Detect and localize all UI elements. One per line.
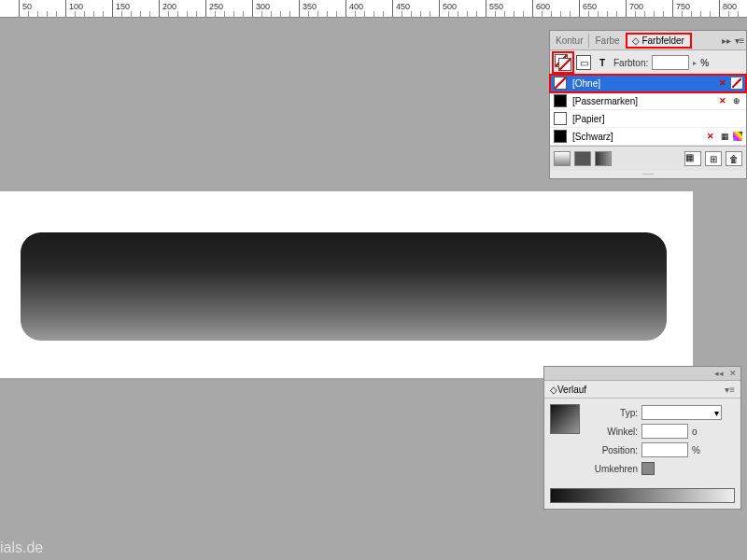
new-folder-icon[interactable]: ⊞ [705,151,722,166]
panel-menu-icon[interactable]: ▾≡ [725,385,735,395]
swatch-badges: ✕ [717,77,742,89]
farbton-stepper-icon[interactable]: ▸ [693,59,697,67]
swatch-row[interactable]: [Schwarz]✕▦ [550,128,746,146]
swatch-color-icon [554,130,567,143]
winkel-unit: o [692,427,698,437]
position-input[interactable] [641,442,688,457]
swatch-row[interactable]: [Ohne]✕ [550,75,746,92]
rounded-rectangle-shape[interactable] [21,232,667,341]
typ-dropdown[interactable]: ▾ [641,405,722,420]
chevron-down-icon: ▾ [714,408,719,418]
gradient-panel-title-label: Verlauf [557,385,586,395]
tab-farbe[interactable]: Farbe [589,34,626,48]
document-canvas[interactable] [0,191,693,378]
gradient-panel-topbar: ◂◂ ✕ [544,367,740,381]
panel-collapse-icon[interactable]: ◂◂ [714,369,724,378]
farbton-unit: % [700,58,709,68]
swatch-name: [Schwarz] [572,132,699,142]
locked-icon: ✕ [717,95,728,106]
winkel-label: Winkel: [587,427,638,437]
tab-kontur[interactable]: Kontur [550,34,589,48]
panel-collapse-icon[interactable]: ▸▸ [720,35,733,46]
new-swatch-icon[interactable]: ▦ [684,151,701,166]
swatch-name: [Papier] [572,114,737,124]
umkehren-toggle[interactable] [641,462,655,475]
gradient-ramp[interactable] [550,488,735,503]
locked-icon: ✕ [717,77,728,89]
gradient-panel: ◂◂ ✕ ◇ Verlauf ▾≡ Typ: ▾ Winkel: o Posit… [543,366,741,510]
show-swatches-icon[interactable] [554,151,571,166]
gradient-preview[interactable] [550,404,580,434]
process-icon: ▦ [719,131,730,142]
swatch-color-icon [554,77,567,90]
swatch-color-icon [554,112,567,125]
position-label: Position: [587,445,638,455]
panel-close-icon[interactable]: ✕ [729,369,737,378]
tab-farbfelder-label: Farbfelder [641,35,684,46]
swatch-row[interactable]: [Papier] [550,110,746,128]
swatches-toolbar: ▭ T Farbton: ▸ % [550,50,746,75]
none-badge-icon [731,77,742,89]
watermark-text: ials.de [0,539,43,556]
panel-menu-icon[interactable]: ▾≡ [733,35,746,46]
tab-farbfelder[interactable]: ◇ Farbfelder [627,34,691,48]
swatch-row[interactable]: [Passermarken]✕⊕ [550,92,746,110]
gradient-panel-title[interactable]: ◇ Verlauf ▾≡ [544,381,740,399]
swatches-bottom-toolbar: ▦ ⊞ 🗑 [550,146,746,171]
farbton-input[interactable] [652,55,689,70]
panel-tabs: Kontur Farbe ◇ Farbfelder ▸▸ ▾≡ [550,31,746,50]
typ-label: Typ: [587,408,638,418]
umkehren-label: Umkehren [587,464,638,474]
swatch-list: [Ohne]✕[Passermarken]✕⊕[Papier][Schwarz]… [550,75,746,146]
panel-resize-grip[interactable]: ┈┈┈ [550,171,746,178]
farbton-label: Farbton: [613,58,648,68]
formatting-text-icon[interactable]: T [595,55,610,70]
horizontal-ruler: 5010015020025030035040045050055060065070… [0,0,747,18]
show-colors-icon[interactable] [595,151,612,166]
swatch-color-icon [554,94,567,107]
show-gradients-icon[interactable] [574,151,591,166]
position-unit: % [692,445,700,455]
swatch-badges: ✕▦ [705,131,742,142]
delete-swatch-icon[interactable]: 🗑 [726,151,742,166]
swatch-badges: ✕⊕ [717,95,742,106]
swatch-name: [Ohne] [572,78,712,89]
swatch-name: [Passermarken] [572,96,712,106]
fill-stroke-toggle-icon[interactable] [554,53,572,72]
locked-icon: ✕ [705,131,716,142]
registration-icon: ⊕ [731,95,742,106]
swatches-panel: Kontur Farbe ◇ Farbfelder ▸▸ ▾≡ ▭ T Farb… [549,30,747,179]
cmyk-icon [733,132,742,141]
winkel-input[interactable] [641,424,688,439]
formatting-container-icon[interactable]: ▭ [576,55,591,70]
